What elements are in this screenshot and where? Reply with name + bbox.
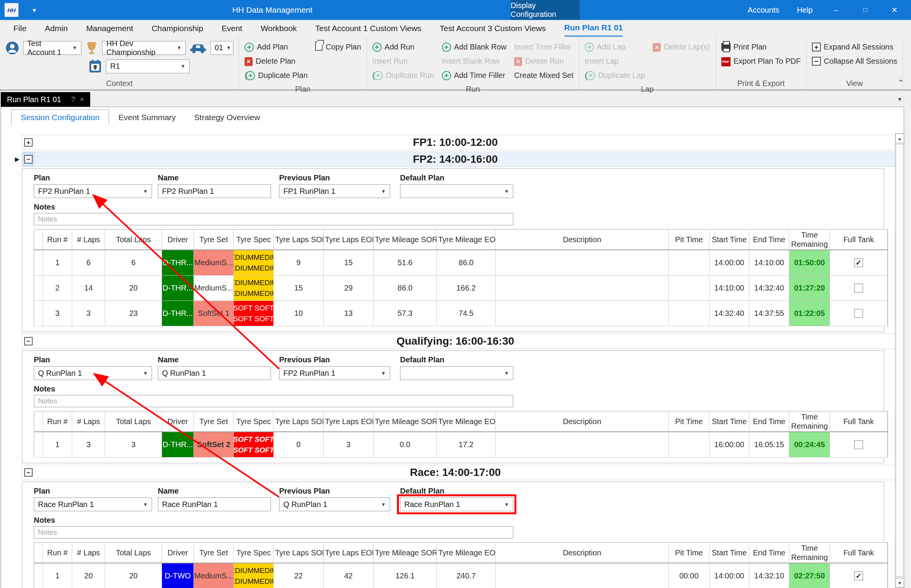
cell-mil-eor[interactable]: 86.0 <box>437 250 496 276</box>
cell-driver[interactable]: D-THR... <box>162 301 194 326</box>
previous-plan-select-qualifying[interactable]: FP2 RunPlan 1▼ <box>279 366 390 380</box>
name-input-fp2[interactable] <box>158 184 271 198</box>
tab-close-icon[interactable]: × <box>80 95 84 104</box>
scroll-up-icon[interactable]: ▲ <box>895 134 904 143</box>
row-selector-gutter[interactable] <box>34 543 43 563</box>
cell-driver[interactable]: D-THR... <box>162 276 194 301</box>
previous-plan-select-fp2[interactable]: FP1 RunPlan 1▼ <box>279 184 390 198</box>
cell-total[interactable]: 3 <box>105 432 162 458</box>
scrollbar-thumb[interactable] <box>896 144 904 577</box>
cell-start[interactable]: 14:32:40 <box>709 301 749 326</box>
add-plan-button[interactable]: +Add Plan <box>245 40 308 54</box>
cell-pit[interactable] <box>669 301 709 326</box>
cell-mil-sor[interactable]: 126.1 <box>374 563 437 588</box>
cell-pit[interactable] <box>669 276 709 301</box>
add-time-filler-button[interactable]: +Add Time Filler <box>442 68 507 83</box>
row-selector-gutter[interactable] <box>34 563 43 588</box>
create-mixed-set-button[interactable]: Create Mixed Set <box>514 68 574 83</box>
close-button[interactable]: ✕ <box>889 5 900 15</box>
cell-driver[interactable]: D-TWO <box>162 563 194 588</box>
cell-laps[interactable]: 14 <box>72 276 105 301</box>
cell-laps-sor[interactable]: 9 <box>274 250 324 276</box>
tab-list-dropdown-icon[interactable]: ▼ <box>897 96 903 102</box>
cell-desc[interactable] <box>496 432 669 458</box>
add-blank-row-button[interactable]: +Add Blank Row <box>442 40 507 54</box>
full-tank-checkbox[interactable]: ✓ <box>854 258 863 267</box>
vertical-scrollbar[interactable]: ▲ ▼ <box>895 133 904 588</box>
cell-mil-eor[interactable]: 74.5 <box>437 301 496 326</box>
cell-mil-sor[interactable]: 0.0 <box>374 432 437 458</box>
expand-all-sessions-button[interactable]: +Expand All Sessions <box>812 40 897 54</box>
cell-end[interactable]: 16:05:15 <box>749 432 789 458</box>
menu-item-run-plan-r1-01[interactable]: Run Plan R1 01 <box>564 20 623 37</box>
plan-select-race[interactable]: Race RunPlan 1▼ <box>34 497 152 511</box>
full-tank-checkbox[interactable] <box>854 284 863 292</box>
cell-desc[interactable] <box>496 563 669 588</box>
cell-tyre-set[interactable]: SoftSet 2 <box>194 432 234 458</box>
cell-tank[interactable]: ✓ <box>830 250 888 276</box>
cell-pit[interactable] <box>669 250 709 276</box>
session-header-fp2[interactable]: − FP2: 14:00-16:00 <box>22 152 896 167</box>
championship-select[interactable]: HH Dev Championship▼ <box>102 41 186 55</box>
notes-input-qualifying[interactable] <box>34 395 513 407</box>
add-run-button[interactable]: +Add Run <box>372 40 434 54</box>
cell-tyre-spec[interactable]: MEDIUMMEDIUMMEDIUMMEDIUM <box>234 563 274 588</box>
session-header-qualifying[interactable]: − Qualifying: 16:00-16:30 <box>22 334 896 349</box>
cell-tank[interactable] <box>830 432 888 458</box>
menu-item-championship[interactable]: Championship <box>152 20 203 37</box>
quick-access-caret-icon[interactable]: ▼ <box>31 7 37 13</box>
cell-laps-sor[interactable]: 15 <box>274 276 324 301</box>
cell-desc[interactable] <box>496 250 669 276</box>
cell-tyre-set[interactable]: SoftSet 1 <box>194 301 234 326</box>
cell-end[interactable]: 14:32:40 <box>749 276 789 301</box>
cell-remaining[interactable]: 02:27:50 <box>789 563 830 588</box>
cell-start[interactable]: 14:00:00 <box>709 250 749 276</box>
collapse-all-sessions-button[interactable]: −Collapse All Sessions <box>812 54 897 68</box>
default-plan-select-fp2[interactable]: ▼ <box>400 184 513 198</box>
cell-total[interactable]: 20 <box>105 563 162 588</box>
plan-select-qualifying[interactable]: Q RunPlan 1▼ <box>34 366 152 380</box>
cell-remaining[interactable]: 01:22:05 <box>789 301 830 326</box>
cell-laps-sor[interactable]: 10 <box>274 301 324 326</box>
default-plan-select-qualifying[interactable]: ▼ <box>400 366 513 380</box>
row-selector-gutter[interactable] <box>34 432 43 458</box>
cell-tyre-set[interactable]: MediumS... <box>194 276 234 301</box>
menu-item-test-account-3-custom-views[interactable]: Test Account 3 Custom Views <box>440 20 546 37</box>
display-configuration-button[interactable]: Display Configuration <box>511 0 580 20</box>
cell-tyre-spec[interactable]: SOFT SOFTSOFT SOFT <box>234 301 274 326</box>
cell-total[interactable]: 23 <box>105 301 162 326</box>
cell-end[interactable]: 14:37:55 <box>749 301 789 326</box>
tab-event-summary[interactable]: Event Summary <box>109 110 185 125</box>
notes-input-race[interactable] <box>34 526 513 538</box>
menu-item-event[interactable]: Event <box>222 20 242 37</box>
row-selector-gutter[interactable] <box>34 411 43 432</box>
cell-run[interactable]: 2 <box>43 276 72 301</box>
menu-item-admin[interactable]: Admin <box>45 20 68 37</box>
car-select[interactable]: 01▼ <box>210 41 233 55</box>
cell-pit[interactable] <box>669 432 709 458</box>
cell-start[interactable]: 16:00:00 <box>709 432 749 458</box>
cell-start[interactable]: 14:10:00 <box>709 276 749 301</box>
document-tab[interactable]: Run Plan R1 01 ? × <box>1 92 90 107</box>
cell-mil-eor[interactable]: 240.7 <box>437 563 496 588</box>
plan-select-fp2[interactable]: FP2 RunPlan 1▼ <box>34 184 152 198</box>
minimize-button[interactable]: – <box>830 6 842 15</box>
cell-laps[interactable]: 3 <box>72 301 105 326</box>
cell-tyre-spec[interactable]: MEDIUMMEDIUMMEDIUMMEDIUM <box>234 250 274 276</box>
cell-remaining[interactable]: 00:24:45 <box>789 432 830 458</box>
cell-tyre-spec[interactable]: MEDIUMMEDIUMMEDIUMMEDIUM <box>234 276 274 301</box>
notes-input-fp2[interactable] <box>34 213 513 225</box>
cell-run[interactable]: 1 <box>43 250 72 276</box>
account-select[interactable]: Test Account 1▼ <box>23 41 81 55</box>
cell-mil-sor[interactable]: 57.3 <box>374 301 437 326</box>
tab-help-icon[interactable]: ? <box>71 95 75 104</box>
cell-total[interactable]: 6 <box>105 250 162 276</box>
tab-session-configuration[interactable]: Session Configuration <box>11 109 109 125</box>
cell-end[interactable]: 14:10:00 <box>749 250 789 276</box>
cell-remaining[interactable]: 01:27:20 <box>789 276 830 301</box>
menu-item-file[interactable]: File <box>13 20 26 37</box>
cell-laps-sor[interactable]: 0 <box>274 432 324 458</box>
default-plan-select-race[interactable]: Race RunPlan 1▼ <box>400 497 513 511</box>
full-tank-checkbox[interactable] <box>854 309 863 318</box>
print-plan-button[interactable]: Print Plan <box>721 40 801 54</box>
